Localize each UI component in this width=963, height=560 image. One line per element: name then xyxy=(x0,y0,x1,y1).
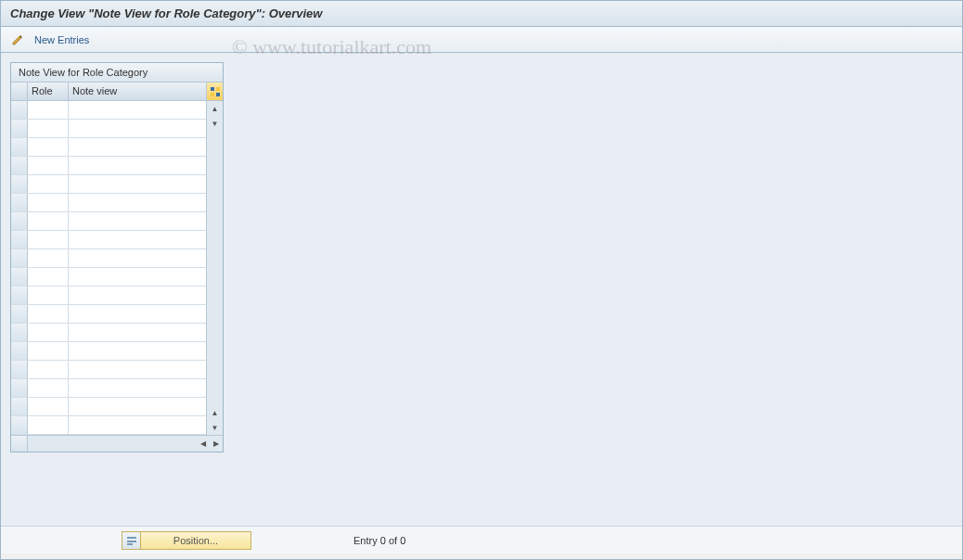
page-title-bar: Change View "Note View for Role Category… xyxy=(1,1,962,27)
horizontal-scrollbar[interactable]: ◀ ▶ xyxy=(11,435,223,452)
row-selector[interactable] xyxy=(11,138,28,156)
vertical-scrollbar[interactable]: ▲ ▼ ▲ ▼ xyxy=(206,101,223,435)
cell-note-view[interactable] xyxy=(69,324,206,341)
table-row xyxy=(11,120,206,138)
row-selector[interactable] xyxy=(11,212,28,230)
row-selector[interactable] xyxy=(11,249,28,267)
cell-role[interactable] xyxy=(28,175,69,193)
table-row xyxy=(11,249,206,268)
toolbar: New Entries xyxy=(1,27,962,53)
cell-note-view[interactable] xyxy=(69,361,206,378)
table-row xyxy=(11,361,206,379)
cell-note-view[interactable] xyxy=(69,268,206,286)
row-selector[interactable] xyxy=(11,175,28,193)
row-selector[interactable] xyxy=(11,286,28,304)
scroll-right-icon[interactable]: ▶ xyxy=(210,437,223,452)
table-row xyxy=(11,379,206,398)
table-config-icon xyxy=(210,86,221,97)
table-row xyxy=(11,305,206,324)
scroll-left-icon[interactable]: ◀ xyxy=(197,437,210,452)
table-container: Note View for Role Category Role Note vi… xyxy=(10,62,224,452)
row-selector[interactable] xyxy=(11,268,28,286)
cell-role[interactable] xyxy=(28,231,69,248)
select-all-header[interactable] xyxy=(11,83,28,100)
svg-rect-6 xyxy=(127,543,133,545)
cell-note-view[interactable] xyxy=(69,194,206,211)
table-row xyxy=(11,342,206,361)
cell-note-view[interactable] xyxy=(69,101,206,119)
row-selector[interactable] xyxy=(11,379,28,397)
svg-rect-4 xyxy=(127,537,136,539)
table-row xyxy=(11,138,206,157)
row-selector[interactable] xyxy=(11,342,28,360)
scroll-up-icon[interactable]: ▲ xyxy=(208,405,223,420)
table-row xyxy=(11,286,206,305)
row-selector[interactable] xyxy=(11,231,28,248)
row-selector[interactable] xyxy=(11,194,28,211)
row-selector[interactable] xyxy=(11,157,28,174)
cell-role[interactable] xyxy=(28,157,69,174)
cell-role[interactable] xyxy=(28,361,69,378)
cell-role[interactable] xyxy=(28,268,69,286)
scroll-up-icon[interactable]: ▲ xyxy=(208,101,223,116)
cell-note-view[interactable] xyxy=(69,342,206,360)
table-config-button[interactable] xyxy=(206,83,223,100)
cell-role[interactable] xyxy=(28,138,69,156)
table-body: ▲ ▼ ▲ ▼ xyxy=(11,101,223,435)
row-selector[interactable] xyxy=(11,361,28,378)
cell-note-view[interactable] xyxy=(69,398,206,415)
cell-role[interactable] xyxy=(28,194,69,211)
cell-role[interactable] xyxy=(28,324,69,341)
cell-role[interactable] xyxy=(28,398,69,415)
row-selector[interactable] xyxy=(11,398,28,415)
cell-note-view[interactable] xyxy=(69,249,206,267)
row-selector[interactable] xyxy=(11,324,28,341)
cell-role[interactable] xyxy=(28,212,69,230)
cell-role[interactable] xyxy=(28,342,69,360)
scroll-down-icon[interactable]: ▼ xyxy=(208,420,223,435)
footer-bar: Position... Entry 0 of 0 xyxy=(1,526,962,554)
column-header-role[interactable]: Role xyxy=(28,83,69,100)
cell-role[interactable] xyxy=(28,120,69,137)
cell-note-view[interactable] xyxy=(69,120,206,137)
page-title: Change View "Note View for Role Category… xyxy=(10,6,322,20)
cell-role[interactable] xyxy=(28,305,69,323)
row-selector[interactable] xyxy=(11,416,28,434)
scroll-corner xyxy=(11,436,28,452)
cell-role[interactable] xyxy=(28,101,69,119)
entry-count-text: Entry 0 of 0 xyxy=(353,535,405,546)
svg-rect-5 xyxy=(127,541,136,542)
cell-note-view[interactable] xyxy=(69,231,206,248)
cell-role[interactable] xyxy=(28,416,69,434)
cell-note-view[interactable] xyxy=(69,379,206,397)
cell-note-view[interactable] xyxy=(69,212,206,230)
scroll-down-icon[interactable]: ▼ xyxy=(208,116,223,131)
table-row xyxy=(11,324,206,342)
cell-role[interactable] xyxy=(28,286,69,304)
row-selector[interactable] xyxy=(11,120,28,137)
row-selector[interactable] xyxy=(11,101,28,119)
cell-note-view[interactable] xyxy=(69,286,206,304)
svg-rect-3 xyxy=(216,93,220,96)
column-header-note-view[interactable]: Note view xyxy=(69,83,206,100)
new-entries-button[interactable]: New Entries xyxy=(31,32,93,47)
cell-note-view[interactable] xyxy=(69,175,206,193)
pencil-icon[interactable] xyxy=(10,32,25,47)
table-row xyxy=(11,212,206,231)
cell-note-view[interactable] xyxy=(69,416,206,434)
row-selector[interactable] xyxy=(11,305,28,323)
cell-note-view[interactable] xyxy=(69,138,206,156)
cell-note-view[interactable] xyxy=(69,305,206,323)
svg-rect-1 xyxy=(216,87,220,91)
position-label: Position... xyxy=(141,535,250,546)
position-icon xyxy=(122,532,141,549)
position-button[interactable]: Position... xyxy=(122,531,251,550)
cell-role[interactable] xyxy=(28,379,69,397)
table-row xyxy=(11,398,206,416)
cell-note-view[interactable] xyxy=(69,157,206,174)
table-row xyxy=(11,194,206,212)
table-row xyxy=(11,231,206,249)
svg-rect-0 xyxy=(211,87,214,91)
cell-role[interactable] xyxy=(28,249,69,267)
content-area: Note View for Role Category Role Note vi… xyxy=(1,53,962,526)
